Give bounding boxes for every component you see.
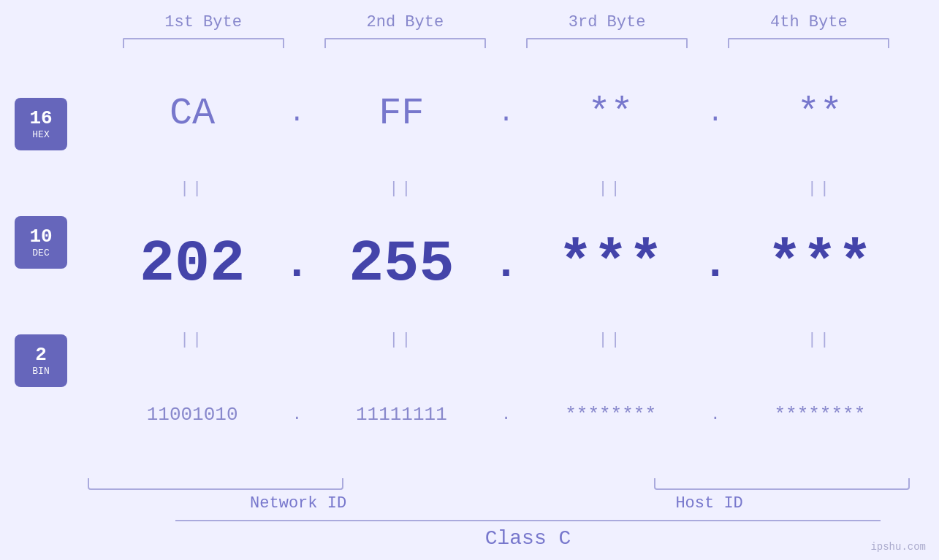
bracket-1 [123,38,284,48]
dec-dot2: . [492,239,521,289]
eq2-dot1 [282,331,311,349]
eq2-b1: || [102,331,282,349]
hex-byte1-value: CA [170,92,215,135]
bracket-spacer-mid [373,478,626,490]
bin-badge-label: BIN [32,366,49,377]
dec-byte1-cell: 202 [102,231,282,297]
eq2-b3: || [521,331,701,349]
dec-badge-label: DEC [32,248,49,258]
equals-row-1: || || || || [102,177,910,201]
dec-row: 202 . 255 . *** . *** [102,201,910,327]
bracket-cell-3 [506,36,708,50]
dec-byte4-cell: *** [730,231,910,297]
hex-badge-number: 16 [29,109,52,128]
eq1-b2: || [311,180,491,198]
bottom-brackets [88,478,910,490]
eq2-b2: || [311,331,491,349]
bin-dot1: . [282,406,311,424]
hex-byte4-cell: ** [730,92,910,135]
bin-byte4-value: ******** [774,404,865,426]
hex-byte3-cell: ** [521,92,701,135]
top-brackets [0,36,939,50]
hex-dot1: . [282,99,311,129]
main-container: 1st Byte 2nd Byte 3rd Byte 4th Byte 16 H… [0,0,939,560]
equals-row-2: || || || || [102,328,910,352]
dec-badge: 10 DEC [15,216,67,269]
bin-byte2-cell: 11111111 [311,404,491,426]
watermark: ipshu.com [870,541,926,553]
eq1-b4: || [730,180,910,198]
bin-row: 11001010 . 11111111 . ******** . *******… [102,352,910,478]
eq2-dot3 [701,331,730,349]
eq2-b4: || [730,331,910,349]
hex-byte2-value: FF [379,92,424,135]
network-id-bracket [88,478,343,490]
hex-byte1-cell: CA [102,92,282,135]
hex-badge-label: HEX [32,129,49,140]
host-id-bracket [654,478,910,490]
hex-row: CA . FF . ** . ** [102,50,910,177]
dec-byte4-value: *** [767,231,873,297]
byte2-header: 2nd Byte [304,13,506,31]
eq1-b3: || [521,180,701,198]
data-columns: CA . FF . ** . ** || || [102,50,910,478]
eq1-dot2 [492,180,521,198]
eq1-b1: || [102,180,282,198]
bin-dot2: . [492,406,521,424]
dec-byte3-value: *** [558,231,664,297]
bracket-cell-4 [708,36,910,50]
eq2-dot2 [492,331,521,349]
bracket-4 [728,38,889,48]
hex-dot2: . [492,99,521,129]
class-row: Class C [175,520,881,553]
bracket-cell-2 [304,36,506,50]
bin-badge-number: 2 [35,345,47,364]
byte3-header: 3rd Byte [506,13,708,31]
bracket-spacer-2 [625,478,654,490]
bracket-spacer-1 [343,478,373,490]
bin-byte3-cell: ******** [521,404,701,426]
hex-badge: 16 HEX [15,98,67,150]
class-label: Class C [485,527,571,550]
dec-badge-number: 10 [29,227,52,246]
badges-column: 16 HEX 10 DEC 2 BIN [15,50,102,478]
hex-byte4-value: ** [797,92,843,135]
eq1-dot3 [701,180,730,198]
bin-byte4-cell: ******** [730,404,910,426]
dec-byte2-cell: 255 [311,231,491,297]
bracket-3 [526,38,688,48]
dec-byte3-cell: *** [521,231,701,297]
host-id-label: Host ID [509,494,910,513]
bin-byte1-value: 11001010 [147,404,238,426]
byte4-header: 4th Byte [708,13,910,31]
bottom-labels: Network ID Host ID [88,494,910,513]
dec-dot3: . [701,239,730,289]
bin-byte3-value: ******** [565,404,656,426]
dec-dot1: . [282,239,311,289]
bin-byte2-value: 11111111 [356,404,447,426]
bracket-cell-1 [102,36,304,50]
network-id-label: Network ID [88,494,509,513]
dec-byte1-value: 202 [140,231,245,297]
main-content: 16 HEX 10 DEC 2 BIN CA . FF [0,50,939,478]
bin-dot3: . [701,406,730,424]
byte-headers: 1st Byte 2nd Byte 3rd Byte 4th Byte [0,0,939,31]
hex-byte2-cell: FF [311,92,491,135]
byte1-header: 1st Byte [102,13,304,31]
bottom-section: Network ID Host ID Class C [0,478,939,560]
bin-badge: 2 BIN [15,334,67,387]
hex-byte3-value: ** [588,92,633,135]
bracket-2 [324,38,486,48]
eq1-dot1 [282,180,311,198]
dec-byte2-value: 255 [349,231,454,297]
bin-byte1-cell: 11001010 [102,404,282,426]
hex-dot3: . [701,99,730,129]
